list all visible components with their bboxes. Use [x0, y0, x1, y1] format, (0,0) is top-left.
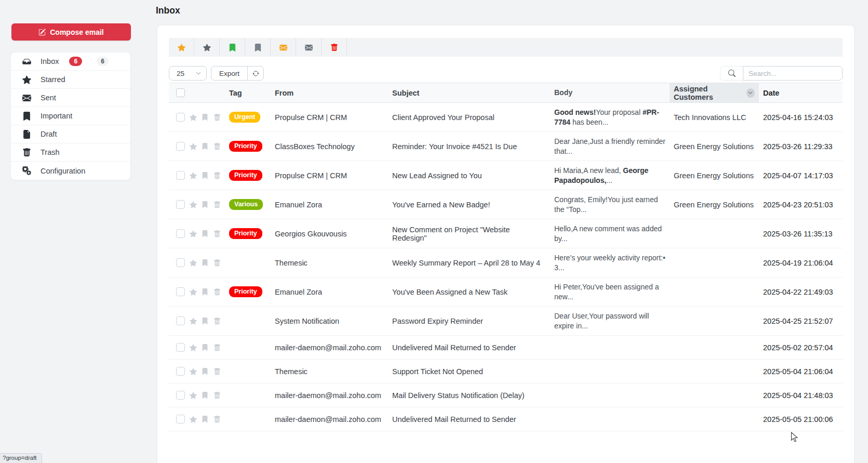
sidebar-item-draft[interactable]: Draft	[11, 125, 130, 143]
select-all-checkbox[interactable]	[176, 88, 185, 97]
bulk-star-button[interactable]	[194, 38, 220, 57]
star-icon[interactable]	[190, 288, 197, 296]
compose-email-label: Compose email	[50, 28, 103, 36]
search-button[interactable]	[720, 66, 743, 81]
table-row[interactable]: Various Emanuel Zora You've Earned a New…	[169, 190, 843, 219]
export-group: Export	[211, 66, 264, 81]
bulk-star-button[interactable]	[169, 38, 194, 57]
bulk-bookmark-button[interactable]	[245, 38, 271, 57]
bookmark-icon[interactable]	[202, 344, 209, 351]
trash-icon[interactable]	[213, 114, 221, 121]
refresh-icon	[252, 70, 259, 77]
trash-icon[interactable]	[213, 288, 221, 296]
row-checkbox[interactable]	[176, 171, 185, 180]
row-body: Congrats, Emily!You just earned the “Top…	[550, 195, 670, 214]
list-controls: 25 Export	[169, 66, 843, 81]
bookmark-icon[interactable]	[202, 201, 209, 208]
bookmark-icon[interactable]	[202, 318, 209, 325]
bookmark-icon[interactable]	[202, 368, 209, 375]
bulk-bookmark-button[interactable]	[220, 38, 245, 57]
refresh-button[interactable]	[247, 67, 263, 80]
table-row[interactable]: Priority ClassBoxes Technology Reminder:…	[169, 132, 843, 161]
trash-icon[interactable]	[213, 318, 221, 325]
star-icon[interactable]	[190, 114, 197, 121]
sidebar-item-inbox[interactable]: Inbox66	[11, 52, 130, 71]
row-checkbox[interactable]	[176, 258, 185, 267]
bookmark-icon[interactable]	[202, 172, 209, 179]
sidebar-item-starred[interactable]: Starred	[11, 71, 130, 89]
row-date: 2025-05-04 21:48:03	[759, 391, 843, 400]
trash-icon[interactable]	[213, 201, 221, 208]
row-checkbox[interactable]	[176, 200, 185, 209]
column-header-subject[interactable]: Subject	[388, 89, 550, 97]
trash-icon[interactable]	[213, 172, 221, 179]
bulk-trash-button[interactable]	[322, 38, 347, 57]
bookmark-icon[interactable]	[202, 416, 209, 423]
star-icon[interactable]	[190, 259, 197, 267]
table-row[interactable]: mailer-daemon@mail.zoho.com Mail Deliver…	[169, 383, 843, 407]
star-icon[interactable]	[190, 230, 197, 237]
inbox-card: 25 Export Tag From	[157, 25, 854, 463]
bookmark-icon[interactable]	[202, 143, 209, 150]
sidebar-item-sent[interactable]: Sent	[11, 89, 130, 107]
star-icon[interactable]	[190, 143, 197, 150]
star-icon[interactable]	[190, 416, 197, 423]
sidebar-item-configuration[interactable]: Configuration	[11, 162, 130, 180]
bookmark-icon[interactable]	[202, 288, 209, 296]
compose-email-button[interactable]: Compose email	[11, 23, 131, 41]
customers-filter-button[interactable]	[746, 88, 755, 98]
trash-icon[interactable]	[213, 259, 221, 267]
bulk-envelope-button[interactable]	[271, 38, 296, 57]
star-icon[interactable]	[190, 172, 197, 179]
trash-icon[interactable]	[213, 368, 221, 375]
table-row[interactable]: mailer-daemon@mail.zoho.com Undelivered …	[169, 407, 843, 431]
column-header-date[interactable]: Date	[759, 89, 843, 97]
trash-icon[interactable]	[213, 230, 221, 237]
star-icon[interactable]	[190, 344, 197, 351]
bookmark-icon[interactable]	[202, 392, 209, 399]
table-row[interactable]: Priority Georgios Gkouvousis New Comment…	[169, 219, 843, 248]
trash-icon[interactable]	[213, 392, 221, 399]
bookmark-icon[interactable]	[202, 259, 209, 267]
row-date: 2025-05-04 21:06:04	[759, 367, 843, 376]
table-row[interactable]: Priority Emanuel Zora You've Been Assign…	[169, 277, 843, 307]
row-checkbox[interactable]	[176, 367, 185, 376]
export-button[interactable]: Export	[211, 67, 247, 80]
search-input[interactable]	[743, 66, 843, 81]
column-header-body[interactable]: Body	[550, 88, 670, 97]
bookmark-icon[interactable]	[202, 114, 209, 121]
row-checkbox[interactable]	[176, 316, 185, 325]
table-row[interactable]: Themesic Weekly Summary Report – April 2…	[169, 248, 843, 277]
sidebar-item-trash[interactable]: Trash	[11, 143, 130, 162]
star-icon[interactable]	[190, 392, 197, 399]
column-header-tag[interactable]: Tag	[225, 89, 271, 97]
bookmark-icon	[202, 114, 208, 121]
row-checkbox[interactable]	[176, 113, 185, 122]
star-icon[interactable]	[190, 201, 197, 208]
table-row[interactable]: mailer-daemon@mail.zoho.com Undelivered …	[169, 336, 843, 360]
row-checkbox[interactable]	[176, 142, 185, 151]
bulk-envelope-button[interactable]	[296, 38, 322, 57]
row-checkbox[interactable]	[176, 415, 185, 424]
page-size-select[interactable]: 25	[169, 66, 207, 81]
bookmark-icon[interactable]	[202, 230, 209, 237]
column-header-from[interactable]: From	[271, 89, 388, 97]
star-icon[interactable]	[190, 368, 197, 375]
row-checkbox[interactable]	[176, 343, 185, 352]
trash-icon[interactable]	[213, 416, 221, 423]
table-row[interactable]: Themesic Support Ticket Not Opened 2025-…	[169, 360, 843, 383]
sidebar-item-important[interactable]: Important	[11, 107, 130, 125]
star-icon[interactable]	[190, 318, 197, 325]
row-checkbox[interactable]	[176, 229, 185, 238]
table-row[interactable]: Urgent Propulse CRM | CRM Client Approve…	[169, 103, 843, 132]
row-checkbox[interactable]	[176, 391, 185, 400]
table-row[interactable]: Priority Propulse CRM | CRM New Lead Ass…	[169, 161, 843, 190]
row-checkbox[interactable]	[176, 287, 185, 296]
bookmark-icon	[202, 344, 208, 351]
table-row[interactable]: System Notification Password Expiry Remi…	[169, 307, 843, 336]
trash-icon[interactable]	[213, 143, 221, 150]
star-icon	[190, 368, 197, 375]
column-header-assigned-customers[interactable]: Assigned Customers	[670, 83, 759, 102]
trash-icon[interactable]	[213, 344, 221, 351]
chevron-down-icon	[748, 90, 753, 95]
